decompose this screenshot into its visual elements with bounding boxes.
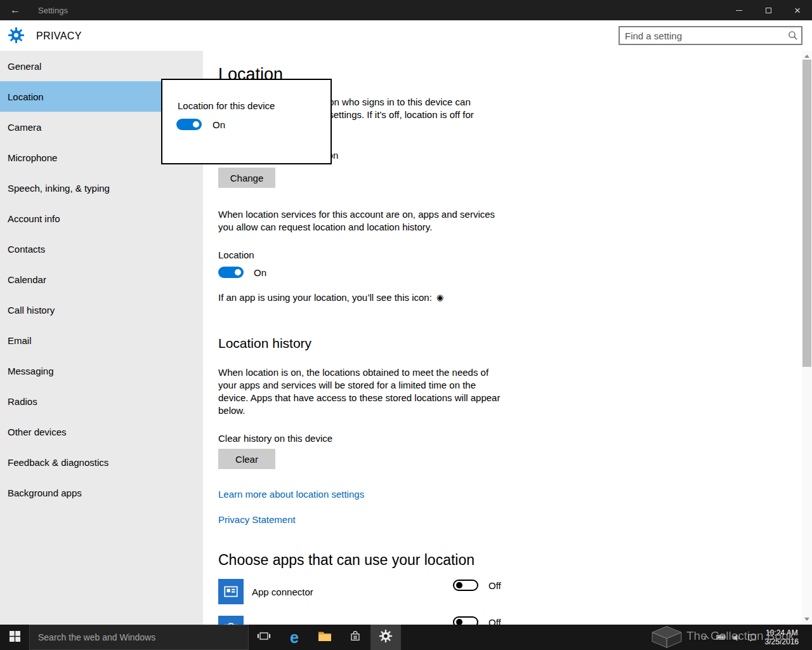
title-bar: ← Settings × bbox=[0, 0, 812, 20]
file-explorer-button[interactable] bbox=[310, 625, 340, 650]
scrollbar-thumb[interactable] bbox=[802, 60, 811, 367]
window-controls: × bbox=[724, 0, 812, 20]
taskbar-clock[interactable]: 10:24 AM 3/25/2016 bbox=[765, 628, 799, 646]
file-explorer-icon bbox=[317, 628, 332, 646]
settings-gear-icon bbox=[379, 629, 393, 646]
clear-history-label: Clear history on this device bbox=[218, 432, 802, 445]
back-arrow-icon: ← bbox=[10, 4, 20, 15]
sidebar-item-label: Background apps bbox=[8, 488, 82, 498]
clear-button[interactable]: Clear bbox=[218, 449, 275, 469]
sidebar-item-label: Location bbox=[8, 91, 44, 102]
maximize-button[interactable] bbox=[754, 0, 783, 20]
sidebar-item-label: Contacts bbox=[8, 244, 45, 255]
app-connector-toggle-state: Off bbox=[488, 580, 501, 591]
sidebar-item-label: Microphone bbox=[8, 152, 57, 163]
change-button[interactable]: Change bbox=[218, 168, 275, 188]
scrollbar-down-icon[interactable] bbox=[804, 618, 809, 621]
store-icon bbox=[348, 629, 362, 646]
sidebar-item-messaging[interactable]: Messaging bbox=[0, 355, 203, 386]
sidebar-item-label: Email bbox=[8, 335, 32, 346]
app-row-camera: Camera Off bbox=[218, 616, 802, 625]
settings-search-input[interactable] bbox=[620, 30, 785, 41]
sidebar-item-label: Messaging bbox=[8, 366, 54, 376]
device-location-toggle[interactable] bbox=[176, 119, 202, 130]
location-toggle-state: On bbox=[254, 267, 266, 278]
search-icon[interactable] bbox=[785, 30, 801, 41]
device-location-toggle-state: On bbox=[213, 119, 225, 130]
system-tray: 10:24 AM 3/25/2016 bbox=[702, 625, 812, 650]
location-toggle-label: Location bbox=[218, 249, 802, 262]
back-button[interactable]: ← bbox=[0, 4, 30, 16]
store-button[interactable] bbox=[340, 625, 370, 650]
flyout-title: Location for this device bbox=[178, 100, 331, 112]
clock-time: 10:24 AM bbox=[765, 628, 799, 637]
sidebar-item-label: Call history bbox=[8, 305, 55, 315]
app-row-app-connector: App connector Off bbox=[218, 579, 802, 604]
location-toggle[interactable] bbox=[218, 267, 244, 278]
sidebar-item-account-info[interactable]: Account info bbox=[0, 203, 203, 234]
sidebar-item-speech[interactable]: Speech, inking, & typing bbox=[0, 173, 203, 203]
sidebar-item-label: Radios bbox=[8, 396, 37, 407]
sidebar-item-call-history[interactable]: Call history bbox=[0, 295, 203, 325]
task-view-button[interactable] bbox=[249, 625, 279, 650]
location-icon-note-text: If an app is using your location, you’ll… bbox=[218, 291, 432, 304]
location-history-heading: Location history bbox=[218, 335, 802, 352]
app-name: App connector bbox=[252, 587, 313, 597]
camera-app-toggle[interactable] bbox=[453, 616, 478, 625]
settings-taskbar-button[interactable] bbox=[370, 625, 401, 650]
app-connector-icon bbox=[218, 579, 244, 604]
sidebar-item-label: Other devices bbox=[8, 427, 67, 437]
clock-date: 3/25/2016 bbox=[765, 637, 799, 646]
gear-icon bbox=[8, 27, 25, 46]
location-history-text: When location is on, the locations obtai… bbox=[218, 366, 802, 417]
sidebar-item-label: Account info bbox=[8, 213, 60, 224]
task-view-icon bbox=[257, 629, 271, 646]
taskbar-search-input[interactable] bbox=[29, 625, 249, 650]
sidebar-item-contacts[interactable]: Contacts bbox=[0, 234, 203, 264]
sidebar-item-email[interactable]: Email bbox=[0, 325, 203, 355]
action-center-icon[interactable] bbox=[747, 633, 757, 642]
sidebar-item-label: Calendar bbox=[8, 274, 46, 285]
windows-logo-icon bbox=[10, 631, 20, 644]
sidebar-item-background-apps[interactable]: Background apps bbox=[0, 477, 203, 508]
sidebar-item-calendar[interactable]: Calendar bbox=[0, 264, 203, 295]
edge-icon: e bbox=[290, 630, 299, 646]
sidebar-item-label: Speech, inking, & typing bbox=[8, 183, 110, 194]
settings-window: ← Settings × PRIVACY bbox=[0, 0, 812, 650]
page-title: PRIVACY bbox=[36, 30, 82, 42]
page-header: PRIVACY bbox=[0, 20, 812, 51]
account-services-text: When location services for this account … bbox=[218, 208, 802, 234]
learn-more-link[interactable]: Learn more about location settings bbox=[218, 488, 364, 501]
scrollbar-up-icon[interactable] bbox=[804, 55, 809, 58]
close-icon: × bbox=[794, 5, 801, 16]
sidebar-item-label: General bbox=[8, 61, 41, 72]
start-button[interactable] bbox=[0, 625, 29, 650]
choose-apps-heading: Choose apps that can use your location bbox=[218, 551, 802, 569]
settings-search-box[interactable] bbox=[619, 26, 802, 45]
minimize-icon bbox=[736, 10, 742, 11]
sidebar-item-radios[interactable]: Radios bbox=[0, 386, 203, 416]
sidebar-item-label: Feedback & diagnostics bbox=[8, 457, 108, 468]
sidebar-item-label: Camera bbox=[8, 122, 41, 133]
sidebar-item-other-devices[interactable]: Other devices bbox=[0, 416, 203, 447]
edge-button[interactable]: e bbox=[279, 625, 310, 650]
location-device-flyout: Location for this device On bbox=[161, 79, 332, 164]
minimize-button[interactable] bbox=[724, 0, 754, 20]
taskbar-search-box[interactable] bbox=[29, 625, 249, 650]
privacy-statement-link[interactable]: Privacy Statement bbox=[218, 514, 296, 526]
sidebar-item-feedback[interactable]: Feedback & diagnostics bbox=[0, 447, 203, 477]
close-button[interactable]: × bbox=[783, 0, 812, 20]
window-title: Settings bbox=[38, 6, 68, 15]
tray-chevron-up-icon[interactable] bbox=[702, 633, 710, 642]
speaker-icon[interactable] bbox=[732, 633, 742, 642]
camera-app-toggle-state: Off bbox=[488, 617, 501, 625]
maximize-icon bbox=[766, 8, 771, 13]
location-in-use-icon: ◉ bbox=[436, 291, 443, 304]
battery-icon[interactable] bbox=[716, 632, 726, 642]
app-connector-toggle[interactable] bbox=[453, 580, 478, 591]
vertical-scrollbar[interactable] bbox=[802, 51, 812, 625]
sidebar-item-general[interactable]: General bbox=[0, 51, 203, 81]
taskbar: e bbox=[0, 625, 812, 650]
camera-app-icon bbox=[218, 616, 244, 625]
